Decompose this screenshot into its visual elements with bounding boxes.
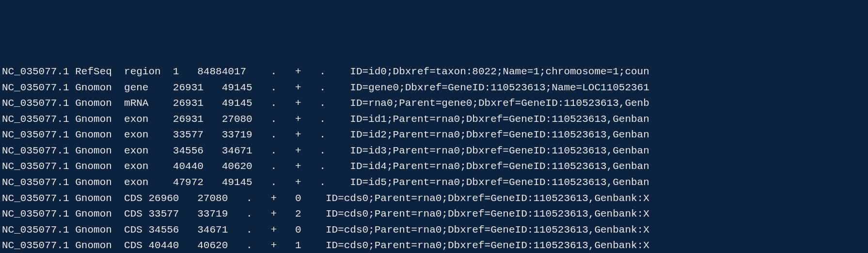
gff-row: NC_035077.1 Gnomon exon 33577 33719 . + … [2,127,866,143]
gff-row: NC_035077.1 Gnomon exon 40440 40620 . + … [2,159,866,175]
gff-row: NC_035077.1 Gnomon CDS 33577 33719 . + 2… [2,206,866,222]
gff-row: NC_035077.1 Gnomon exon 26931 27080 . + … [2,112,866,128]
terminal-output[interactable]: NC_035077.1 RefSeq region 1 84884017 . +… [2,64,866,253]
gff-row: NC_035077.1 Gnomon gene 26931 49145 . + … [2,80,866,96]
gff-row: NC_035077.1 RefSeq region 1 84884017 . +… [2,64,866,80]
gff-row: NC_035077.1 Gnomon CDS 26960 27080 . + 0… [2,191,866,207]
gff-row: NC_035077.1 Gnomon exon 34556 34671 . + … [2,143,866,159]
gff-row: NC_035077.1 Gnomon CDS 34556 34671 . + 0… [2,222,866,238]
gff-row: NC_035077.1 Gnomon CDS 40440 40620 . + 1… [2,238,866,253]
gff-row: NC_035077.1 Gnomon exon 47972 49145 . + … [2,175,866,191]
gff-row: NC_035077.1 Gnomon mRNA 26931 49145 . + … [2,96,866,112]
